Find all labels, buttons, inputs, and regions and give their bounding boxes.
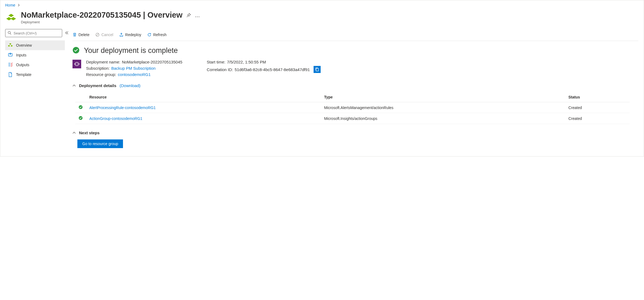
svg-point-4 [197, 17, 198, 17]
check-icon [78, 117, 83, 121]
resource-status: Created [568, 116, 582, 121]
subscription-label: Subscription: [86, 66, 110, 71]
chevron-right-icon [18, 3, 20, 7]
svg-marker-0 [8, 14, 14, 17]
resource-link[interactable]: AlertProcessingRule-contosodemoRG1 [89, 106, 156, 110]
svg-rect-15 [76, 62, 78, 66]
svg-point-18 [79, 116, 83, 120]
chevron-up-icon [72, 131, 76, 135]
arm-template-icon [72, 60, 81, 68]
more-icon[interactable] [195, 11, 200, 20]
start-time-label: Start time: [207, 60, 225, 64]
resource-type: Microsoft.Insights/actionGroups [324, 116, 377, 121]
breadcrumb-home[interactable]: Home [5, 3, 15, 7]
cubes-icon [8, 43, 13, 48]
delete-button[interactable]: Delete [72, 33, 89, 37]
success-icon [72, 47, 80, 55]
breadcrumb: Home [0, 0, 644, 9]
redeploy-button[interactable]: Redeploy [119, 33, 141, 37]
start-time-value: 7/5/2022, 1:50:55 PM [227, 60, 266, 64]
svg-marker-10 [11, 45, 13, 47]
resource-link[interactable]: ActionGroup-contosodemoRG1 [89, 116, 142, 121]
sidebar-item-outputs[interactable]: Outputs [5, 60, 65, 70]
section-title: Deployment details [79, 83, 116, 88]
table-row: AlertProcessingRule-contosodemoRG1 Micro… [75, 102, 630, 113]
col-status: Status [565, 92, 630, 102]
details-table: Resource Type Status AlertProcessingRule… [75, 92, 630, 124]
go-to-resource-group-button[interactable]: Go to resource group [77, 139, 123, 148]
sidebar-item-template[interactable]: Template [5, 70, 65, 79]
page-title: NoMarketplace-20220705135045 | Overview [21, 11, 182, 20]
sidebar: Overview Inputs Outputs Template [0, 29, 69, 156]
refresh-icon [147, 33, 151, 37]
deployment-icon [5, 12, 17, 24]
search-icon [8, 31, 11, 36]
svg-marker-2 [11, 17, 16, 20]
command-bar: Delete Cancel Redeploy Refresh [72, 29, 638, 41]
main-content: Delete Cancel Redeploy Refresh [69, 29, 644, 156]
dep-name-value: NoMarketplace-20220705135045 [122, 60, 182, 64]
nav-label: Template [16, 72, 31, 77]
status-title: Your deployment is complete [84, 46, 178, 55]
page-header: NoMarketplace-20220705135045 | Overview … [0, 9, 644, 29]
correlation-id-value: 51d6f3a6-82c8-4bc5-8647-8e683a47df91 [235, 67, 310, 72]
next-steps-toggle[interactable]: Next steps [72, 130, 638, 135]
refresh-button[interactable]: Refresh [147, 33, 166, 37]
sidebar-search[interactable] [5, 29, 62, 37]
svg-point-6 [8, 31, 10, 33]
resource-group-label: Resource group: [86, 72, 116, 77]
pin-icon[interactable] [186, 11, 191, 20]
document-icon [8, 72, 13, 77]
svg-marker-9 [8, 45, 10, 47]
correlation-id-label: Correlation ID: [207, 67, 233, 72]
svg-point-17 [79, 105, 83, 109]
cancel-button: Cancel [95, 33, 113, 37]
deployment-details-toggle[interactable]: Deployment details (Download) [72, 83, 638, 88]
svg-point-14 [73, 47, 79, 53]
collapse-icon[interactable] [65, 31, 69, 35]
svg-marker-8 [9, 43, 11, 45]
trash-icon [72, 33, 77, 37]
search-input[interactable] [13, 31, 60, 36]
col-resource: Resource [86, 92, 321, 102]
check-icon [78, 106, 83, 110]
sidebar-item-overview[interactable]: Overview [5, 40, 65, 50]
table-row: ActionGroup-contosodemoRG1 Microsoft.Ins… [75, 113, 630, 124]
svg-point-5 [199, 17, 200, 17]
svg-rect-16 [316, 68, 318, 71]
chevron-up-icon [72, 84, 76, 88]
col-type: Type [321, 92, 565, 102]
svg-line-13 [96, 34, 99, 36]
nav-label: Inputs [16, 53, 26, 57]
section-title: Next steps [79, 130, 100, 135]
cancel-icon [95, 33, 100, 37]
inputs-icon [8, 53, 13, 58]
sidebar-item-inputs[interactable]: Inputs [5, 50, 65, 60]
outputs-icon [8, 62, 13, 67]
download-link[interactable]: (Download) [120, 83, 141, 88]
svg-point-3 [195, 17, 196, 17]
subscription-link[interactable]: Backup PM Subscription [111, 66, 156, 71]
svg-line-7 [10, 33, 11, 34]
nav-label: Outputs [16, 63, 29, 67]
nav-label: Overview [16, 43, 32, 47]
page-subtitle: Deployment [21, 20, 200, 24]
resource-group-link[interactable]: contosodemoRG1 [118, 72, 151, 77]
redeploy-icon [119, 33, 124, 37]
dep-name-label: Deployment name: [86, 60, 120, 64]
resource-status: Created [568, 106, 582, 110]
copy-button[interactable] [314, 66, 321, 73]
resource-type: Microsoft.AlertsManagement/actionRules [324, 106, 393, 110]
